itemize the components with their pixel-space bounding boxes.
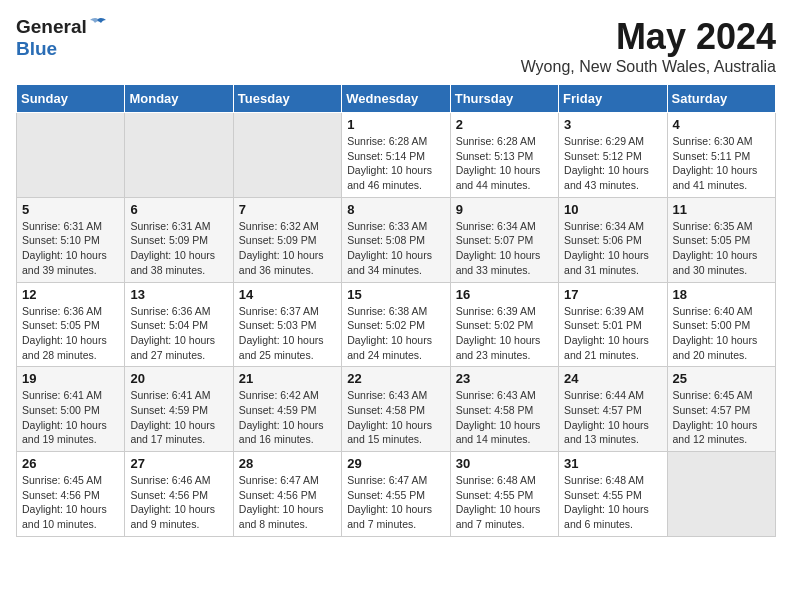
day-number: 10 bbox=[564, 202, 661, 217]
day-number: 28 bbox=[239, 456, 336, 471]
calendar-cell: 27Sunrise: 6:46 AMSunset: 4:56 PMDayligh… bbox=[125, 452, 233, 537]
calendar-week-row: 19Sunrise: 6:41 AMSunset: 5:00 PMDayligh… bbox=[17, 367, 776, 452]
day-number: 3 bbox=[564, 117, 661, 132]
cell-info: Sunrise: 6:41 AMSunset: 5:00 PMDaylight:… bbox=[22, 388, 119, 447]
day-number: 7 bbox=[239, 202, 336, 217]
calendar-cell: 15Sunrise: 6:38 AMSunset: 5:02 PMDayligh… bbox=[342, 282, 450, 367]
day-number: 13 bbox=[130, 287, 227, 302]
cell-info: Sunrise: 6:39 AMSunset: 5:02 PMDaylight:… bbox=[456, 304, 553, 363]
day-number: 22 bbox=[347, 371, 444, 386]
calendar-day-header: Saturday bbox=[667, 85, 775, 113]
cell-info: Sunrise: 6:39 AMSunset: 5:01 PMDaylight:… bbox=[564, 304, 661, 363]
calendar-cell: 4Sunrise: 6:30 AMSunset: 5:11 PMDaylight… bbox=[667, 113, 775, 198]
cell-info: Sunrise: 6:40 AMSunset: 5:00 PMDaylight:… bbox=[673, 304, 770, 363]
calendar-cell: 20Sunrise: 6:41 AMSunset: 4:59 PMDayligh… bbox=[125, 367, 233, 452]
cell-info: Sunrise: 6:48 AMSunset: 4:55 PMDaylight:… bbox=[456, 473, 553, 532]
day-number: 17 bbox=[564, 287, 661, 302]
cell-info: Sunrise: 6:33 AMSunset: 5:08 PMDaylight:… bbox=[347, 219, 444, 278]
calendar-cell: 28Sunrise: 6:47 AMSunset: 4:56 PMDayligh… bbox=[233, 452, 341, 537]
day-number: 5 bbox=[22, 202, 119, 217]
cell-info: Sunrise: 6:28 AMSunset: 5:14 PMDaylight:… bbox=[347, 134, 444, 193]
calendar-cell: 8Sunrise: 6:33 AMSunset: 5:08 PMDaylight… bbox=[342, 197, 450, 282]
calendar-cell: 25Sunrise: 6:45 AMSunset: 4:57 PMDayligh… bbox=[667, 367, 775, 452]
calendar-cell: 14Sunrise: 6:37 AMSunset: 5:03 PMDayligh… bbox=[233, 282, 341, 367]
day-number: 8 bbox=[347, 202, 444, 217]
calendar-week-row: 5Sunrise: 6:31 AMSunset: 5:10 PMDaylight… bbox=[17, 197, 776, 282]
day-number: 30 bbox=[456, 456, 553, 471]
calendar-cell bbox=[17, 113, 125, 198]
calendar-day-header: Friday bbox=[559, 85, 667, 113]
calendar-week-row: 1Sunrise: 6:28 AMSunset: 5:14 PMDaylight… bbox=[17, 113, 776, 198]
cell-info: Sunrise: 6:36 AMSunset: 5:04 PMDaylight:… bbox=[130, 304, 227, 363]
logo-general: General bbox=[16, 16, 87, 38]
day-number: 12 bbox=[22, 287, 119, 302]
day-number: 29 bbox=[347, 456, 444, 471]
calendar-cell: 2Sunrise: 6:28 AMSunset: 5:13 PMDaylight… bbox=[450, 113, 558, 198]
cell-info: Sunrise: 6:35 AMSunset: 5:05 PMDaylight:… bbox=[673, 219, 770, 278]
day-number: 16 bbox=[456, 287, 553, 302]
cell-info: Sunrise: 6:29 AMSunset: 5:12 PMDaylight:… bbox=[564, 134, 661, 193]
calendar-cell: 19Sunrise: 6:41 AMSunset: 5:00 PMDayligh… bbox=[17, 367, 125, 452]
calendar-cell: 7Sunrise: 6:32 AMSunset: 5:09 PMDaylight… bbox=[233, 197, 341, 282]
day-number: 11 bbox=[673, 202, 770, 217]
calendar-cell: 30Sunrise: 6:48 AMSunset: 4:55 PMDayligh… bbox=[450, 452, 558, 537]
calendar-cell bbox=[667, 452, 775, 537]
day-number: 9 bbox=[456, 202, 553, 217]
day-number: 6 bbox=[130, 202, 227, 217]
page-header: General Blue May 2024 Wyong, New South W… bbox=[16, 16, 776, 76]
calendar-header-row: SundayMondayTuesdayWednesdayThursdayFrid… bbox=[17, 85, 776, 113]
day-number: 4 bbox=[673, 117, 770, 132]
logo-bird-icon bbox=[88, 17, 108, 37]
calendar-cell: 21Sunrise: 6:42 AMSunset: 4:59 PMDayligh… bbox=[233, 367, 341, 452]
cell-info: Sunrise: 6:30 AMSunset: 5:11 PMDaylight:… bbox=[673, 134, 770, 193]
calendar-day-header: Sunday bbox=[17, 85, 125, 113]
logo: General Blue bbox=[16, 16, 108, 60]
title-section: May 2024 Wyong, New South Wales, Austral… bbox=[521, 16, 776, 76]
day-number: 31 bbox=[564, 456, 661, 471]
cell-info: Sunrise: 6:28 AMSunset: 5:13 PMDaylight:… bbox=[456, 134, 553, 193]
day-number: 14 bbox=[239, 287, 336, 302]
day-number: 19 bbox=[22, 371, 119, 386]
location: Wyong, New South Wales, Australia bbox=[521, 58, 776, 76]
day-number: 24 bbox=[564, 371, 661, 386]
day-number: 26 bbox=[22, 456, 119, 471]
cell-info: Sunrise: 6:44 AMSunset: 4:57 PMDaylight:… bbox=[564, 388, 661, 447]
cell-info: Sunrise: 6:42 AMSunset: 4:59 PMDaylight:… bbox=[239, 388, 336, 447]
cell-info: Sunrise: 6:43 AMSunset: 4:58 PMDaylight:… bbox=[456, 388, 553, 447]
calendar-day-header: Tuesday bbox=[233, 85, 341, 113]
calendar-cell bbox=[125, 113, 233, 198]
calendar-table: SundayMondayTuesdayWednesdayThursdayFrid… bbox=[16, 84, 776, 537]
calendar-cell: 5Sunrise: 6:31 AMSunset: 5:10 PMDaylight… bbox=[17, 197, 125, 282]
calendar-cell: 24Sunrise: 6:44 AMSunset: 4:57 PMDayligh… bbox=[559, 367, 667, 452]
calendar-cell: 18Sunrise: 6:40 AMSunset: 5:00 PMDayligh… bbox=[667, 282, 775, 367]
calendar-cell: 26Sunrise: 6:45 AMSunset: 4:56 PMDayligh… bbox=[17, 452, 125, 537]
day-number: 15 bbox=[347, 287, 444, 302]
cell-info: Sunrise: 6:45 AMSunset: 4:57 PMDaylight:… bbox=[673, 388, 770, 447]
day-number: 1 bbox=[347, 117, 444, 132]
day-number: 21 bbox=[239, 371, 336, 386]
cell-info: Sunrise: 6:38 AMSunset: 5:02 PMDaylight:… bbox=[347, 304, 444, 363]
calendar-cell: 13Sunrise: 6:36 AMSunset: 5:04 PMDayligh… bbox=[125, 282, 233, 367]
calendar-cell: 22Sunrise: 6:43 AMSunset: 4:58 PMDayligh… bbox=[342, 367, 450, 452]
cell-info: Sunrise: 6:47 AMSunset: 4:56 PMDaylight:… bbox=[239, 473, 336, 532]
calendar-cell: 16Sunrise: 6:39 AMSunset: 5:02 PMDayligh… bbox=[450, 282, 558, 367]
calendar-day-header: Monday bbox=[125, 85, 233, 113]
calendar-cell: 9Sunrise: 6:34 AMSunset: 5:07 PMDaylight… bbox=[450, 197, 558, 282]
cell-info: Sunrise: 6:34 AMSunset: 5:07 PMDaylight:… bbox=[456, 219, 553, 278]
calendar-cell: 10Sunrise: 6:34 AMSunset: 5:06 PMDayligh… bbox=[559, 197, 667, 282]
day-number: 27 bbox=[130, 456, 227, 471]
cell-info: Sunrise: 6:47 AMSunset: 4:55 PMDaylight:… bbox=[347, 473, 444, 532]
cell-info: Sunrise: 6:45 AMSunset: 4:56 PMDaylight:… bbox=[22, 473, 119, 532]
cell-info: Sunrise: 6:43 AMSunset: 4:58 PMDaylight:… bbox=[347, 388, 444, 447]
calendar-cell: 29Sunrise: 6:47 AMSunset: 4:55 PMDayligh… bbox=[342, 452, 450, 537]
cell-info: Sunrise: 6:31 AMSunset: 5:09 PMDaylight:… bbox=[130, 219, 227, 278]
cell-info: Sunrise: 6:48 AMSunset: 4:55 PMDaylight:… bbox=[564, 473, 661, 532]
calendar-cell: 12Sunrise: 6:36 AMSunset: 5:05 PMDayligh… bbox=[17, 282, 125, 367]
month-year: May 2024 bbox=[521, 16, 776, 58]
calendar-day-header: Wednesday bbox=[342, 85, 450, 113]
calendar-cell: 1Sunrise: 6:28 AMSunset: 5:14 PMDaylight… bbox=[342, 113, 450, 198]
calendar-cell: 23Sunrise: 6:43 AMSunset: 4:58 PMDayligh… bbox=[450, 367, 558, 452]
cell-info: Sunrise: 6:32 AMSunset: 5:09 PMDaylight:… bbox=[239, 219, 336, 278]
day-number: 18 bbox=[673, 287, 770, 302]
day-number: 20 bbox=[130, 371, 227, 386]
